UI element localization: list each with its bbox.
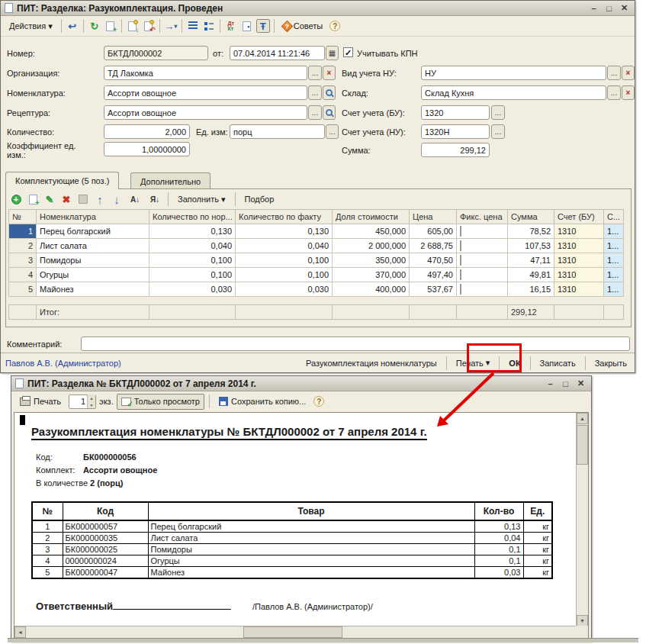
scroll-down-icon[interactable]: ▼	[577, 615, 588, 626]
help-icon[interactable]: ?	[313, 396, 324, 407]
ellipsis-icon[interactable]: ...	[491, 105, 505, 120]
minimize-icon[interactable]: –	[587, 2, 600, 14]
actions-button[interactable]: Действия ▾	[5, 18, 57, 34]
ellipsis-icon[interactable]: ...	[607, 66, 621, 80]
ellipsis-icon[interactable]: ...	[308, 66, 322, 80]
scroll-thumb[interactable]	[243, 626, 342, 638]
close-button[interactable]: Закрыть	[592, 359, 630, 368]
receptura-field[interactable]: Ассорти овощное	[104, 105, 307, 120]
print-preview-area[interactable]: Разукомплектация номенклатуры № БКТДЛ000…	[14, 412, 589, 639]
postings-dtkt-icon[interactable]: ДтКт	[224, 19, 238, 33]
list-structure-icon[interactable]	[186, 19, 200, 33]
schet-nu-field[interactable]: 1320Н	[421, 124, 490, 139]
fixed-price-checkbox[interactable]	[457, 224, 508, 239]
minimize-icon[interactable]: –	[544, 378, 557, 389]
scroll-up-icon[interactable]: ▲	[577, 413, 588, 424]
copy-row-icon[interactable]: +	[26, 192, 40, 206]
marked-list-icon[interactable]	[202, 19, 216, 33]
copy-icon[interactable]: +	[104, 19, 117, 33]
kpn-checkbox[interactable]: ✓	[343, 47, 353, 57]
refresh-icon[interactable]: ↻	[88, 19, 101, 33]
advice-button[interactable]: ? Советы	[278, 18, 327, 34]
sort-ascending-icon[interactable]: А↓	[127, 192, 143, 206]
view-only-icon: ✓	[121, 398, 131, 406]
ellipsis-icon[interactable]: ...	[308, 105, 322, 120]
magnifier-icon[interactable]	[323, 105, 336, 120]
date-field[interactable]: 07.04.2014 11:21:46	[230, 46, 325, 60]
comment-input[interactable]	[81, 336, 630, 351]
clear-icon[interactable]: ×	[323, 66, 336, 80]
close-icon[interactable]: ✕	[574, 378, 587, 389]
copies-suffix-label: экз.	[99, 397, 114, 406]
table-row[interactable]: 2Лист салата0,0400,0402 000,0002 688,751…	[9, 239, 624, 253]
advice-icon: ?	[281, 20, 293, 32]
vertical-scrollbar[interactable]: ▲ ▼	[576, 413, 588, 626]
help-icon[interactable]: ?	[329, 21, 340, 31]
calendar-icon[interactable]: ▦	[326, 46, 339, 60]
maximize-icon[interactable]: □	[559, 378, 572, 389]
separator	[209, 394, 210, 408]
filter-icon[interactable]: Ŧ	[256, 19, 270, 33]
ellipsis-icon[interactable]: ...	[491, 124, 505, 139]
ellipsis-icon[interactable]: ...	[326, 124, 339, 139]
unpost-document-icon[interactable]: ↶	[142, 19, 156, 33]
tab-components[interactable]: Комплектующие (5 поз.)	[5, 172, 119, 189]
table-row[interactable]: 4Огурцы0,1000,100370,000497,4049,8113101…	[9, 268, 624, 282]
close-icon[interactable]: ✕	[618, 2, 631, 14]
fixed-price-checkbox[interactable]	[457, 253, 508, 268]
ed-izm-field[interactable]: порц	[230, 124, 325, 139]
nomer-label: Номер:	[7, 49, 35, 58]
window2-title: ПИТ: Разделка № БКТДЛ000002 от 7 апреля …	[27, 378, 256, 389]
schet-bu-field[interactable]: 1320	[421, 105, 490, 120]
delete-row-icon[interactable]: ✖	[59, 192, 73, 206]
spin-down-icon[interactable]: ▼	[88, 401, 95, 408]
doc-code-line: Код:БК000000056	[36, 452, 137, 462]
goto-icon[interactable]: →▾	[164, 19, 178, 33]
scroll-thumb[interactable]	[577, 425, 588, 465]
ellipsis-icon[interactable]: ...	[607, 85, 621, 100]
move-down-icon[interactable]: ↓	[110, 192, 124, 206]
fixed-price-checkbox[interactable]	[457, 268, 508, 282]
ellipsis-icon[interactable]: ...	[308, 85, 322, 100]
table-header-row: № Номенклатура Количество по нор... Коли…	[9, 210, 624, 224]
write-icon[interactable]: ↩	[66, 19, 79, 33]
koefficient-field[interactable]: 1,00000000	[104, 142, 190, 156]
horizontal-scrollbar[interactable]: ◄	[14, 626, 576, 638]
components-table[interactable]: № Номенклатура Количество по нор... Коли…	[8, 209, 624, 297]
maximize-icon[interactable]: □	[603, 2, 615, 14]
tab-additional[interactable]: Дополнительно	[130, 172, 211, 189]
separator	[159, 19, 160, 33]
kolichestvo-field[interactable]: 2,000	[104, 124, 190, 139]
report-icon[interactable]: ▪	[240, 19, 254, 33]
sort-descending-icon[interactable]: Я↓	[146, 192, 163, 206]
table-row[interactable]: 3Помидоры0,1000,100350,000470,5047,11131…	[9, 253, 624, 268]
clear-icon[interactable]: ×	[622, 85, 635, 100]
sklad-field[interactable]: Склад Кухня	[421, 85, 606, 100]
post-document-icon[interactable]: ↓	[126, 19, 140, 33]
vid-ucheta-field[interactable]: НУ	[421, 66, 606, 80]
clear-icon[interactable]: ×	[622, 66, 635, 80]
pick-button[interactable]: Подбор	[240, 192, 279, 208]
save-copy-button[interactable]: Сохранить копию...	[214, 394, 310, 410]
spin-up-icon[interactable]: ▲	[88, 394, 95, 401]
table-row[interactable]: 5Майонез0,0300,030400,000537,6716,151310…	[9, 282, 624, 297]
nomenklatura-field[interactable]: Ассорти овощное	[104, 85, 307, 100]
add-row-icon[interactable]: +	[9, 192, 23, 206]
view-only-toggle[interactable]: ✓ Только просмотр	[117, 394, 204, 410]
save-rows-icon	[76, 192, 90, 206]
copies-stepper[interactable]: 1 ▲ ▼	[69, 394, 96, 409]
print-button[interactable]: Печать	[15, 394, 66, 410]
scroll-left-icon[interactable]: ◄	[14, 626, 26, 638]
fixed-price-checkbox[interactable]	[457, 282, 508, 297]
magnifier-icon[interactable]	[323, 85, 336, 100]
save-button[interactable]: Записать	[537, 359, 579, 368]
organization-field[interactable]: ТД Лакомка	[104, 66, 307, 80]
nomer-field[interactable]: БКТДЛ000002	[104, 46, 208, 60]
move-up-icon[interactable]: ↑	[93, 192, 107, 206]
edit-row-icon[interactable]: ✎	[43, 192, 56, 206]
summa-field[interactable]: 299,12	[421, 143, 490, 157]
fill-button[interactable]: Заполнить ▾	[173, 192, 230, 208]
table-row[interactable]: 1Перец болгарский0,1300,130450,000605,00…	[9, 224, 624, 239]
print-form-selector-button[interactable]: Разукомплектация номенклатуры	[303, 359, 440, 368]
fixed-price-checkbox[interactable]	[457, 239, 508, 253]
